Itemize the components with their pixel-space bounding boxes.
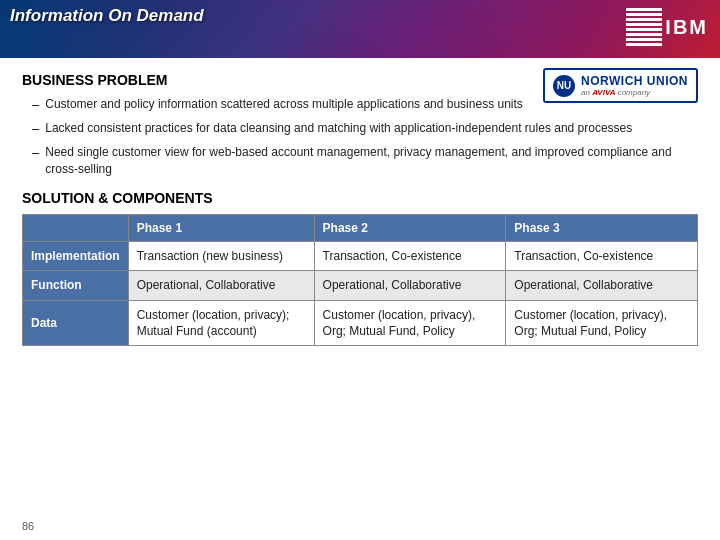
table-row-implementation: Implementation Transaction (new business… <box>23 242 698 271</box>
main-content: NU NORWICH UNION an AVIVA company BUSINE… <box>0 58 720 356</box>
ibm-stripes-icon <box>626 8 662 46</box>
header-logo-left: Information On Demand <box>10 6 204 26</box>
bullet-text-2: Lacked consistent practices for data cle… <box>45 120 632 137</box>
row-label-implementation: Implementation <box>23 242 129 271</box>
row-label-function: Function <box>23 271 129 300</box>
page-number: 86 <box>22 520 34 532</box>
bullet-text-1: Customer and policy information scattere… <box>45 96 523 113</box>
bullet-dash-2: – <box>32 120 39 138</box>
table-header-col0 <box>23 214 129 241</box>
footer: 86 <box>22 520 34 532</box>
row-data-p2: Customer (location, privacy), Org; Mutua… <box>314 300 506 345</box>
row-function-p1: Operational, Collaborative <box>128 271 314 300</box>
table-header-row: Phase 1 Phase 2 Phase 3 <box>23 214 698 241</box>
solution-table: Phase 1 Phase 2 Phase 3 Implementation T… <box>22 214 698 346</box>
row-data-p3: Customer (location, privacy), Org; Mutua… <box>506 300 698 345</box>
table-header-col3: Phase 3 <box>506 214 698 241</box>
bullet-dash-1: – <box>32 96 39 114</box>
bullet-dash-3: – <box>32 144 39 162</box>
table-row-data: Data Customer (location, privacy); Mutua… <box>23 300 698 345</box>
bullet-list: – Customer and policy information scatte… <box>22 96 698 178</box>
norwich-icon: NU <box>553 75 575 97</box>
row-label-data: Data <box>23 300 129 345</box>
table-row-function: Function Operational, Collaborative Oper… <box>23 271 698 300</box>
row-implementation-p1: Transaction (new business) <box>128 242 314 271</box>
row-implementation-p2: Transaction, Co-existence <box>314 242 506 271</box>
row-implementation-p3: Transaction, Co-existence <box>506 242 698 271</box>
bullet-item-3: – Need single customer view for web-base… <box>32 144 698 178</box>
bullet-text-3: Need single customer view for web-based … <box>45 144 698 178</box>
table-header-col1: Phase 1 <box>128 214 314 241</box>
ibm-logo: IBM <box>665 16 708 39</box>
table-header-col2: Phase 2 <box>314 214 506 241</box>
header-logo-right: IBM <box>626 8 708 46</box>
norwich-union-logo: NU NORWICH UNION an AVIVA company <box>543 68 698 103</box>
row-function-p2: Operational, Collaborative <box>314 271 506 300</box>
header-banner: Information On Demand IBM <box>0 0 720 58</box>
row-function-p3: Operational, Collaborative <box>506 271 698 300</box>
row-data-p1: Customer (location, privacy); Mutual Fun… <box>128 300 314 345</box>
bullet-item-2: – Lacked consistent practices for data c… <box>32 120 698 138</box>
norwich-text: NORWICH UNION an AVIVA company <box>581 74 688 97</box>
solution-title: SOLUTION & COMPONENTS <box>22 190 698 206</box>
